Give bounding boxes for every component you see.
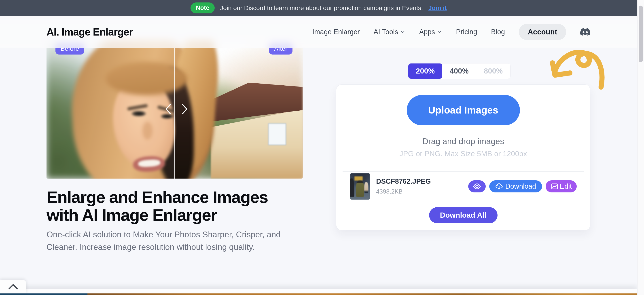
chevron-up-icon (8, 284, 18, 290)
file-name: DSCF8762.JPEG (376, 177, 431, 186)
nav-label: Apps (419, 28, 435, 36)
drag-drop-text: Drag and drop images (336, 137, 590, 146)
image-edit-icon (550, 182, 558, 190)
thumb-sign (354, 176, 363, 181)
thumb-person-center (356, 181, 364, 197)
edit-button[interactable]: Edit (546, 180, 577, 192)
nav-ai-tools[interactable]: AI Tools (374, 28, 406, 36)
page-description: One-click AI solution to Make Your Photo… (46, 228, 295, 254)
scale-option-400[interactable]: 400% (442, 63, 476, 79)
file-actions: Download Edit (468, 180, 577, 192)
hand-drawn-arrow (544, 44, 608, 91)
download-button-label: Download (505, 182, 536, 190)
next-section-peek (0, 294, 644, 295)
thumb-person-left (350, 178, 354, 197)
nav-label: Blog (491, 28, 505, 36)
main-nav: Image Enlarger AI Tools Apps Pricing Blo… (312, 24, 590, 40)
download-all-button[interactable]: Download All (429, 207, 498, 223)
eye-icon (473, 182, 481, 191)
site-logo[interactable]: AI. Image Enlarger (46, 26, 133, 38)
cloud-download-icon (495, 182, 503, 190)
chevron-down-icon (400, 29, 406, 35)
section-bottom-edge (0, 289, 637, 294)
nav-pricing[interactable]: Pricing (456, 28, 477, 36)
nav-label: AI Tools (374, 28, 398, 36)
site-header: AI. Image Enlarger Image Enlarger AI Too… (0, 16, 637, 48)
discord-icon[interactable] (580, 27, 590, 37)
scale-toggle-group: 200% 400% 800% (408, 63, 510, 79)
upload-images-button[interactable]: Upload Images (407, 95, 520, 125)
scrollbar-thumb[interactable] (639, 5, 643, 62)
back-to-top-button[interactable] (0, 280, 26, 294)
banner-message: Join our Discord to learn more about our… (220, 4, 423, 12)
chevron-left-icon[interactable] (165, 104, 172, 114)
chevron-down-icon (437, 29, 442, 35)
scale-option-800[interactable]: 800% (476, 63, 510, 79)
page-title: Enlarge and Enhance Images with AI Image… (46, 188, 288, 224)
before-blur-overlay (46, 40, 175, 179)
upload-hint-text: JPG or PNG. Max Size 5MB or 1200px (336, 150, 590, 158)
scrollbar-track[interactable] (637, 0, 644, 295)
account-button[interactable]: Account (519, 24, 566, 40)
promo-banner: Note Join our Discord to learn more abou… (0, 0, 637, 16)
file-list-divider-bottom (342, 201, 584, 201)
before-after-slider[interactable]: Before After (46, 40, 303, 179)
thumb-person-right (364, 182, 368, 193)
note-badge: Note (190, 2, 215, 13)
preview-button[interactable] (468, 180, 486, 192)
file-meta: DSCF8762.JPEG 4398.2KB (376, 177, 431, 195)
file-row: DSCF8762.JPEG 4398.2KB Download (343, 172, 584, 201)
file-size: 4398.2KB (376, 188, 431, 195)
download-button[interactable]: Download (489, 180, 542, 192)
nav-blog[interactable]: Blog (491, 28, 505, 36)
join-discord-link[interactable]: Join it (428, 4, 446, 12)
nav-image-enlarger[interactable]: Image Enlarger (312, 28, 360, 36)
scene-house-window (268, 123, 286, 145)
comparison-divider[interactable] (174, 40, 175, 179)
edit-button-label: Edit (560, 182, 572, 190)
nav-apps[interactable]: Apps (419, 28, 442, 36)
nav-label: Image Enlarger (312, 28, 360, 36)
nav-label: Pricing (456, 28, 477, 36)
scale-option-200[interactable]: 200% (408, 63, 442, 79)
chevron-right-icon[interactable] (181, 104, 188, 114)
upload-card: Upload Images Drag and drop images JPG o… (336, 84, 590, 230)
page: Before After Enlarge and Enhance Images … (0, 0, 644, 295)
file-thumbnail[interactable] (350, 173, 370, 200)
